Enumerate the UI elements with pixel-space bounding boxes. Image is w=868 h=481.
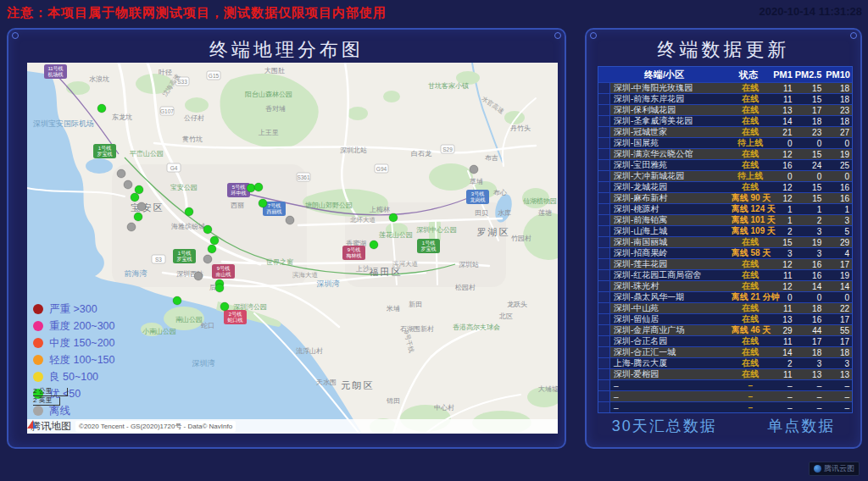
table-row[interactable]: 深圳-保利城花园在线131723	[598, 104, 852, 115]
cell-terminal: 深圳-中山苑	[610, 302, 732, 314]
table-row[interactable]: –––––	[598, 379, 852, 390]
terminal-marker-online[interactable]	[97, 104, 106, 113]
table-row[interactable]: –––––	[598, 401, 852, 412]
map-label: 公仔村	[184, 114, 204, 122]
terminal-marker-offline[interactable]	[117, 169, 125, 178]
cell-pm10: –	[824, 403, 852, 412]
terminal-marker-online[interactable]	[247, 184, 255, 192]
table-row[interactable]: 深圳-宝田雅苑在线162425	[598, 159, 852, 170]
data-mode-button[interactable]: 30天汇总数据	[612, 416, 717, 436]
cell-pm25: 2	[795, 216, 825, 225]
cell-pm10: 17	[824, 260, 852, 269]
terminal-marker-online[interactable]	[220, 302, 229, 311]
map-canvas[interactable]: G107G4S33G15S29G94S361S3 深圳宝安国际机场水浪坑叶径大围…	[27, 63, 558, 434]
metro-badge-line1: 7号线	[268, 203, 281, 208]
terminal-marker-offline[interactable]	[194, 272, 203, 280]
terminal-marker-online[interactable]	[259, 199, 267, 207]
terminal-marker-online[interactable]	[131, 193, 139, 202]
table-row[interactable]: 深圳-合正汇一城在线141818	[598, 346, 852, 357]
terminal-marker-online[interactable]	[135, 185, 143, 194]
table-row[interactable]: 深圳-留仙居在线131617	[598, 313, 852, 324]
table-row[interactable]: 深圳-中山苑在线111822	[598, 302, 852, 313]
terminal-marker-online[interactable]	[254, 183, 263, 191]
cell-terminal: 深圳-莲丰花园	[610, 258, 732, 270]
table-row[interactable]: 深圳-桃源村离线 124 天111	[598, 203, 852, 214]
cell-terminal: 深圳-留仙居	[610, 313, 732, 325]
map-label: 阳台山森林公园	[245, 91, 292, 98]
cell-pm25: 18	[794, 304, 824, 313]
table-row[interactable]: 深圳-红花园工商局宿舍在线111619	[598, 269, 852, 280]
table-header: 终端/小区 状态 PM1 PM2.5 PM10	[598, 67, 852, 82]
cell-pm10: 14	[824, 282, 852, 291]
road-shield-text: G4	[170, 165, 178, 171]
cell-pm10: 16	[824, 183, 852, 192]
terminal-marker-offline[interactable]	[137, 202, 146, 211]
table-row[interactable]: 深圳-鼎太风华一期离线 21 分钟000	[598, 291, 852, 302]
metro-badge-line2: 罗宝线	[97, 151, 113, 157]
map-label: 海雅缤纷城	[171, 223, 205, 230]
terminal-marker-offline[interactable]	[124, 180, 132, 189]
terminal-marker-offline[interactable]	[127, 223, 136, 231]
terminal-marker-offline[interactable]	[286, 216, 294, 224]
cell-terminal: 深圳-金岸商业广场	[610, 324, 732, 336]
table-row[interactable]: 深圳-金岸商业广场离线 46 天294455	[598, 324, 852, 335]
table-row[interactable]: 深圳-南国丽城在线151929	[598, 236, 852, 247]
terminal-marker-online[interactable]	[203, 225, 212, 234]
table-row[interactable]: 深圳-爱榕园在线111313	[598, 368, 852, 379]
map-label: 滨河大道	[392, 260, 419, 268]
terminal-marker-online[interactable]	[185, 207, 193, 216]
terminal-marker-online[interactable]	[134, 213, 142, 221]
terminal-marker-offline[interactable]	[470, 165, 478, 174]
map-label: 元朗区	[342, 380, 375, 390]
map-label: 罗湖区	[477, 227, 510, 237]
terminal-marker-online[interactable]	[389, 213, 398, 222]
table-row[interactable]: 深圳-圣拿威湾美花园在线141818	[598, 115, 852, 126]
map-label: 松园村	[455, 284, 476, 291]
map-label: 大围肚	[264, 67, 285, 75]
data-mode-button[interactable]: 单点数据	[767, 416, 835, 436]
table-row[interactable]: 深圳-招商果岭离线 58 天334	[598, 247, 852, 258]
table-row[interactable]: 深圳-大冲新城花园待上线000	[598, 170, 852, 181]
terminal-marker-online[interactable]	[210, 236, 219, 245]
cell-pm1: 12	[770, 260, 795, 269]
legend-dot-icon	[33, 406, 43, 416]
col-terminal: 终端/小区	[598, 69, 730, 81]
map-label: 北区	[498, 312, 513, 320]
legend-dot-icon	[33, 338, 43, 348]
metro-badge-line1: 3号线	[471, 191, 484, 196]
map-label: 莲塘	[538, 209, 552, 217]
table-row[interactable]: 深圳-中海阳光玫瑰园在线111518	[598, 82, 852, 93]
corner-ring-icon	[590, 32, 597, 39]
cell-terminal: 深圳-合正名园	[610, 335, 732, 347]
table-row[interactable]: 深圳-冠城世家在线212327	[598, 126, 852, 137]
table-row[interactable]: 深圳-合正名园在线111717	[598, 335, 852, 346]
table-row[interactable]: 深圳-莲丰花园在线121617	[598, 258, 852, 269]
table-row[interactable]: 深圳-满京华云晓公馆在线121519	[598, 148, 852, 159]
cell-pm10: –	[824, 381, 852, 390]
cell-pm1: 3	[770, 249, 795, 258]
table-row[interactable]: 深圳-前海东岸花园在线111518	[598, 93, 852, 104]
cell-terminal: 深圳-桃源村	[610, 203, 732, 215]
terminal-marker-offline[interactable]	[203, 255, 212, 263]
table-row[interactable]: 上海-腾云大厦在线233	[598, 357, 852, 368]
table-row[interactable]: 深圳-山海上城离线 109 天235	[598, 225, 852, 236]
cell-pm25: 18	[794, 348, 824, 357]
road-shield-text: G107	[160, 108, 174, 114]
table-row[interactable]: 深圳-龙城花园在线121516	[598, 181, 852, 192]
terminal-marker-online[interactable]	[208, 245, 216, 253]
terminal-marker-online[interactable]	[173, 296, 181, 305]
terminal-marker-online[interactable]	[215, 284, 224, 292]
table-row[interactable]: 深圳-国展苑待上线000	[598, 137, 852, 148]
cell-status: 在线	[732, 280, 770, 292]
cell-terminal: 深圳-保利城花园	[610, 104, 732, 116]
table-row[interactable]: 深圳-珠光村在线121414	[598, 280, 852, 291]
legend-label: 轻度 100~150	[49, 353, 114, 368]
cell-pm1: –	[770, 403, 795, 412]
cell-pm25: 3	[795, 249, 825, 258]
terminal-marker-online[interactable]	[370, 240, 378, 249]
cell-pm1: 0	[770, 172, 795, 181]
table-row[interactable]: 深圳-前海铂寓离线 101 天123	[598, 214, 852, 225]
map-label: 深圳中心公园	[416, 226, 457, 234]
table-row[interactable]: 深圳-麻布新村离线 90 天121516	[598, 192, 852, 203]
table-row[interactable]: –––––	[598, 390, 852, 401]
